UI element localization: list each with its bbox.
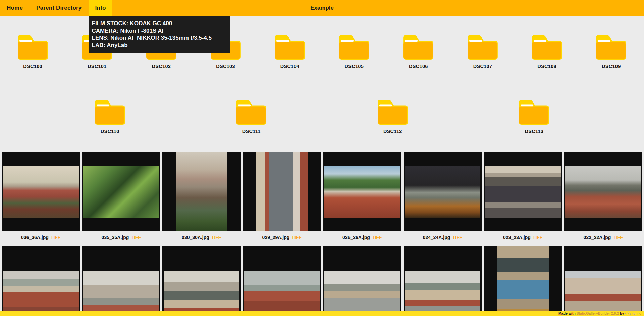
- photo-thumbnail[interactable]: [2, 152, 80, 231]
- photo-thumbnail[interactable]: [162, 246, 241, 316]
- folder-icon: [273, 34, 307, 60]
- folder-item-dsc108[interactable]: DSC108: [516, 16, 579, 81]
- photo-item: [162, 246, 241, 316]
- photo-filename-link[interactable]: 023_23A.jpg: [503, 235, 531, 240]
- folder-item-dsc104[interactable]: DSC104: [258, 16, 321, 81]
- srgn-logo[interactable]: </srgn>: [625, 311, 639, 316]
- photo-item: 035_35A.jpg TIFF: [82, 152, 161, 244]
- folder-item-dsc113[interactable]: DSC113: [502, 81, 566, 145]
- photo-thumbnail[interactable]: [162, 152, 241, 231]
- photo-format-link[interactable]: TIFF: [452, 235, 462, 240]
- photo-image: [256, 152, 308, 231]
- folder-label: DSC100: [23, 64, 42, 69]
- folder-icon: [530, 34, 564, 60]
- photo-thumbnail[interactable]: [564, 246, 643, 316]
- folder-item-dsc109[interactable]: DSC109: [580, 16, 643, 81]
- folder-label: DSC111: [242, 129, 261, 134]
- photo-caption: 022_22A.jpg TIFF: [564, 231, 643, 244]
- folder-item-dsc106[interactable]: DSC106: [387, 16, 450, 81]
- folder-icon: [401, 34, 435, 60]
- photo-item: [564, 246, 643, 316]
- footer-made-with-text: Made with: [558, 311, 577, 315]
- folder-icon: [16, 34, 50, 60]
- photo-thumbnail[interactable]: [243, 152, 321, 231]
- photo-format-link[interactable]: TIFF: [51, 235, 61, 240]
- photo-filename-link[interactable]: 024_24A.jpg: [423, 235, 450, 240]
- photo-format-link[interactable]: TIFF: [291, 235, 302, 240]
- photo-thumbnail[interactable]: [564, 152, 643, 231]
- footer-builder-link[interactable]: StaticGalleryBuilder 2.6.2: [577, 311, 619, 315]
- folder-item-dsc105[interactable]: DSC105: [323, 16, 386, 81]
- folder-item-dsc107[interactable]: DSC107: [451, 16, 514, 81]
- tooltip-line-lens: LENS: Nikon AF NIKKOR 35-135mm f/3.5-4.5: [92, 34, 226, 42]
- photo-image: [405, 166, 480, 217]
- folder-label: DSC109: [602, 64, 621, 69]
- photo-thumbnail[interactable]: [82, 246, 161, 316]
- photo-item: 030_30A.jpg TIFF: [162, 152, 241, 244]
- photo-image: [3, 166, 79, 217]
- folder-label: DSC113: [525, 129, 543, 134]
- info-tooltip: FILM STOCK: KODAK GC 400 CAMERA: Nikon F…: [89, 16, 230, 53]
- photo-item: [82, 246, 161, 316]
- tooltip-line-camera: CAMERA: Nikon F-801S AF: [92, 27, 226, 35]
- photo-item: [2, 246, 80, 316]
- photo-item: 029_29A.jpg TIFF: [243, 152, 321, 244]
- photo-item: [243, 246, 321, 316]
- photo-filename-link[interactable]: 026_26A.jpg: [342, 235, 370, 240]
- folder-icon: [376, 98, 410, 125]
- photo-filename-link[interactable]: 022_22A.jpg: [584, 235, 611, 240]
- photo-thumbnail[interactable]: [484, 246, 562, 316]
- folder-item-dsc112[interactable]: DSC112: [361, 81, 424, 145]
- photo-format-link[interactable]: TIFF: [131, 235, 141, 240]
- photo-item: 023_23A.jpg TIFF: [484, 152, 562, 244]
- photo-image: [497, 246, 549, 316]
- folder-label: DSC108: [537, 64, 556, 69]
- photo-caption: 026_26A.jpg TIFF: [323, 231, 401, 244]
- footer-bar: Made with StaticGalleryBuilder 2.6.2 by …: [0, 311, 644, 316]
- folder-icon: [466, 34, 499, 60]
- photo-thumbnail[interactable]: [323, 152, 401, 231]
- photo-thumbnail[interactable]: [404, 152, 482, 231]
- photo-filename-link[interactable]: 030_30A.jpg: [182, 235, 209, 240]
- photo-item: [323, 246, 401, 316]
- photo-item: [484, 246, 562, 316]
- photo-format-link[interactable]: TIFF: [211, 235, 221, 240]
- photo-filename-link[interactable]: 029_29A.jpg: [262, 235, 290, 240]
- photo-image: [565, 271, 641, 316]
- photo-thumbnail[interactable]: [243, 246, 321, 316]
- nav-item-info[interactable]: Info: [89, 0, 113, 16]
- nav-bar: Home Parent Directory Info FILM STOCK: K…: [0, 0, 644, 16]
- folder-icon: [337, 34, 371, 60]
- photo-format-link[interactable]: TIFF: [533, 235, 543, 240]
- photo-thumbnail[interactable]: [404, 246, 482, 316]
- folder-item-dsc111[interactable]: DSC111: [220, 81, 283, 145]
- photo-image: [164, 271, 239, 316]
- folder-icon: [594, 34, 628, 60]
- photo-filename-link[interactable]: 035_35A.jpg: [102, 235, 129, 240]
- photo-thumbnail[interactable]: [484, 152, 562, 231]
- photo-thumbnail[interactable]: [323, 246, 401, 316]
- photo-caption: 030_30A.jpg TIFF: [162, 231, 241, 244]
- nav-item-home[interactable]: Home: [0, 0, 30, 16]
- photo-format-link[interactable]: TIFF: [372, 235, 382, 240]
- photo-format-link[interactable]: TIFF: [613, 235, 623, 240]
- folder-label: DSC101: [88, 64, 107, 69]
- photo-thumbnail[interactable]: [82, 152, 161, 231]
- photo-image: [324, 271, 400, 316]
- photo-thumbnail[interactable]: [2, 246, 80, 316]
- folder-item-dsc110[interactable]: DSC110: [78, 81, 142, 145]
- photo-grid: 036_36A.jpg TIFF 035_35A.jpg TIFF 030_30…: [0, 152, 644, 316]
- folder-icon: [93, 98, 127, 125]
- footer-by-text: by: [619, 311, 625, 315]
- folder-label: DSC110: [101, 129, 119, 134]
- folder-icon: [234, 98, 268, 125]
- photo-item: 022_22A.jpg TIFF: [564, 152, 643, 244]
- nav-item-parent-directory[interactable]: Parent Directory: [30, 0, 88, 16]
- footer-dot: .: [639, 311, 641, 315]
- folder-item-dsc100[interactable]: DSC100: [1, 16, 64, 81]
- photo-item: 036_36A.jpg TIFF: [2, 152, 80, 244]
- photo-caption: 024_24A.jpg TIFF: [404, 231, 482, 244]
- photo-image: [405, 271, 480, 316]
- photo-image: [244, 271, 320, 316]
- photo-filename-link[interactable]: 036_36A.jpg: [21, 235, 49, 240]
